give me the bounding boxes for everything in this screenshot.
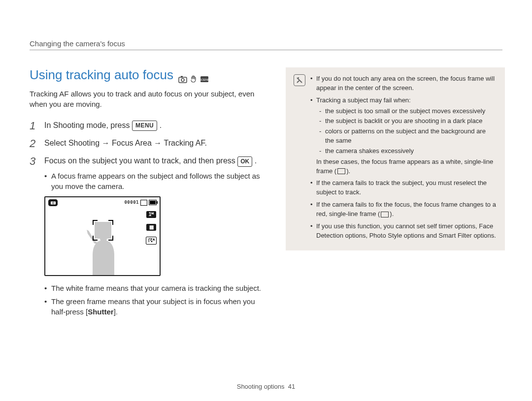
hand-mode-icon: [189, 71, 198, 79]
svg-point-1: [181, 78, 184, 81]
step-1-text-a: In Shooting mode, press: [44, 121, 132, 129]
footer-section: Shooting options: [237, 383, 285, 390]
step-3-bullet-1: A focus frame appears on the subject and…: [44, 171, 264, 191]
scene-mode-icon: SCENE: [200, 71, 209, 79]
step-num-3: 3: [30, 155, 38, 167]
page-breadcrumb: Changing the camera's focus: [30, 39, 502, 48]
step-1-text-b: .: [160, 121, 162, 129]
note-2-d1: the subject is too small or the subject …: [319, 107, 496, 116]
note-2-d4: the camera shakes excessively: [319, 147, 496, 156]
section-title-text: Using tracking auto focus: [30, 67, 173, 83]
battery-icon: [149, 200, 157, 205]
svg-rect-2: [181, 76, 183, 77]
mode-icons: SCENE: [178, 71, 209, 79]
note-icon: [294, 74, 305, 86]
flash-icon: ☈ᴬ: [146, 237, 157, 245]
note-2-d3: colors or patterns on the subject and th…: [319, 127, 496, 146]
af-area-icon: ▦: [146, 224, 156, 231]
white-frame-icon: [337, 168, 345, 174]
screen-counter: 00001: [124, 199, 139, 206]
section-title: Using tracking auto focus SCENE: [30, 67, 264, 83]
note-2-d2: the subject is backlit or you are shooti…: [319, 117, 496, 126]
step-3-bullets: A focus frame appears on the subject and…: [44, 171, 264, 191]
note-box: If you do not touch any area on the scre…: [286, 67, 505, 250]
intro-text: Tracking AF allows you to track and auto…: [30, 89, 264, 109]
screen-mode-icon: [48, 199, 58, 206]
step-2: 2 Select Shooting → Focus Area → Trackin…: [30, 138, 264, 150]
header-rule: [30, 50, 502, 50]
note-2: Tracking a subject may fail when: the su…: [310, 96, 496, 176]
svg-rect-7: [298, 77, 299, 78]
camera-mode-icon: [178, 71, 187, 79]
step-3-bullet-3: The green frame means that your subject …: [44, 296, 264, 317]
step-1: 1 In Shooting mode, press MENU .: [30, 120, 264, 132]
step-2-text: Select Shooting → Focus Area → Tracking …: [44, 138, 264, 149]
footer-page: 41: [288, 383, 295, 390]
step-3-text-a: Focus on the subject you want to track, …: [44, 156, 237, 165]
step-num-2: 2: [30, 138, 38, 150]
note-1: If you do not touch any area on the scre…: [310, 74, 496, 93]
note-3: If the camera fails to track the subject…: [310, 179, 496, 197]
ok-button-icon: OK: [237, 156, 252, 167]
svg-rect-0: [179, 77, 187, 83]
right-column: If you do not touch any area on the scre…: [286, 67, 505, 326]
svg-text:SCENE: SCENE: [200, 78, 209, 81]
sd-card-icon: [140, 200, 147, 206]
left-column: Using tracking auto focus SCENE Tracking…: [30, 67, 264, 326]
step-3-bullets-after: The white frame means that your camera i…: [44, 283, 264, 317]
note-5: If you use this function, you cannot set…: [310, 222, 496, 241]
step-num-1: 1: [30, 120, 38, 132]
note-2b-b: ).: [346, 167, 350, 175]
note-4: If the camera fails to fix the focus, th…: [310, 200, 496, 219]
step-3: 3 Focus on the subject you want to track…: [30, 155, 264, 319]
resolution-icon: 1ᴹ: [146, 211, 156, 218]
focus-frame: [95, 222, 111, 239]
page-footer: Shooting options 41: [0, 383, 532, 390]
camera-screen-diagram: 00001 1ᴹ ▦ ☈ᴬ: [44, 196, 161, 276]
menu-button-icon: MENU: [132, 121, 157, 131]
step-3-text-b: .: [255, 156, 257, 165]
step-3-bullet-2: The white frame means that your camera i…: [44, 283, 264, 293]
red-frame-icon: [381, 212, 389, 217]
